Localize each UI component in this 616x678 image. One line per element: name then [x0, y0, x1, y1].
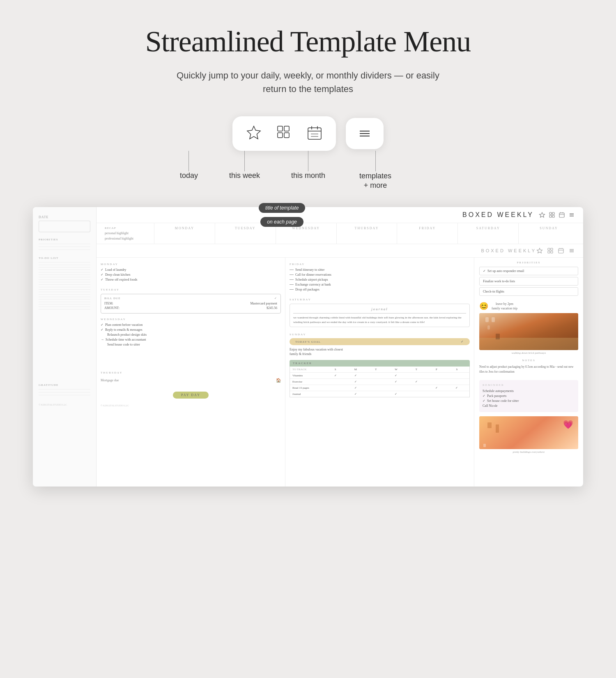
- sunday-label: SUNDAY: [290, 333, 470, 336]
- this-month-connector: this month: [291, 151, 325, 180]
- calendar-icon: [306, 124, 324, 142]
- monday-task-3: ✓ Throw off expired foods: [101, 278, 281, 281]
- middle-days-col: FRIDAY Send itinerary to sitter Call for…: [285, 258, 474, 487]
- svg-rect-2: [284, 126, 289, 131]
- sidebar-priorities-lines: [39, 244, 90, 250]
- calendar-header-icon: [559, 212, 565, 218]
- left-brand: © KDIGITALSTUDIO LLC: [101, 404, 281, 407]
- bill-item-row: ITEM: Mastercard payment: [104, 302, 277, 305]
- menu-icon-2: [568, 247, 575, 254]
- recap-col: RECAP personal highlight professional hi…: [101, 223, 154, 244]
- sidebar-priorities-label: PRIORITIES: [39, 238, 90, 241]
- priority-2: Finalize work to-do lists: [479, 277, 578, 286]
- saturday-label: SATURDAY: [290, 298, 470, 301]
- weekly-header-right: BOXED WEEKLY: [462, 211, 575, 219]
- planner-preview: DATE PRIORITIES TO-DO LIST: [33, 207, 583, 487]
- reminder-1: Schedule autopayments: [483, 389, 575, 393]
- wednesday-label: WEDNESDAY: [101, 318, 281, 321]
- right-col: PRIORITIES ✓ Set up auto responder email…: [474, 258, 583, 487]
- header-section: Streamlined Template Menu Quickly jump t…: [145, 25, 471, 96]
- fri-task-1: Send itinerary to sitter: [290, 268, 470, 272]
- priorities-section-label: PRIORITIES: [479, 261, 578, 264]
- journal-header: journal: [293, 307, 466, 314]
- icons-row: [232, 116, 384, 151]
- journal-section: journal we wandered through charming cob…: [290, 304, 470, 327]
- vacation-photo-1: [479, 313, 578, 350]
- tuesday-label: TUESDAY: [101, 288, 281, 291]
- this-month-nav-item[interactable]: [306, 124, 324, 143]
- friday-label: FRIDAY: [290, 263, 470, 266]
- photo-caption-2: pretty buildings everywhere: [479, 450, 578, 454]
- leave-by-note: leave by 2pm family vacation trip: [492, 302, 517, 311]
- priorities-section: PRIORITIES ✓ Set up auto responder email…: [479, 261, 578, 296]
- today-nav-item[interactable]: [245, 124, 263, 143]
- grid-icon: [275, 124, 293, 142]
- notes-text: Need to adjust product packaging by 0.5c…: [479, 364, 578, 374]
- thursday-label: THURSDAY: [101, 371, 281, 374]
- monday-task-1: ✓ Load of laundry: [101, 268, 281, 272]
- grid-icon-2: [547, 247, 554, 254]
- mortgage-text: Mortgage due: [101, 378, 119, 382]
- svg-rect-15: [549, 212, 552, 214]
- badges-overlay: title of template on each page: [259, 203, 305, 227]
- wed-task-1: ✓ Plan content before vacation: [101, 323, 281, 327]
- left-sidebar: DATE PRIORITIES TO-DO LIST: [33, 207, 97, 487]
- templates-nav-item[interactable]: [346, 118, 384, 149]
- fri-task-5: Drop off packages: [290, 288, 470, 291]
- sidebar-brand: © KDIGITALSTUDIO LLC: [39, 404, 90, 406]
- tracker-exercise: Exercise ✓ ✓ ✓: [290, 379, 469, 385]
- fri-task-2: Call for dinner reservations: [290, 273, 470, 277]
- tracker-header: TRACKER: [290, 360, 470, 367]
- left-days-col: MONDAY ✓ Load of laundry ✓ Deep clean ki…: [97, 258, 285, 487]
- days-header-row: RECAP personal highlight professional hi…: [97, 223, 583, 244]
- preview-section: title of template on each page DATE PRIO…: [33, 207, 583, 487]
- svg-rect-31: [559, 249, 563, 253]
- svg-rect-1: [278, 126, 283, 131]
- nav-icons-section: today this week this month templates+ mo…: [164, 116, 452, 191]
- reminder-section: REMINDER Schedule autopayments ✓ Pack pa…: [479, 380, 578, 412]
- thursday-block: THURSDAY Mortgage due 🏠 PAY DAY: [101, 371, 281, 399]
- day-header-sun: SUNDAY: [518, 223, 579, 244]
- payday-row: PAY DAY: [101, 388, 281, 399]
- this-week-connector: this week: [229, 151, 260, 180]
- reminder-3: ✓ Set house code for sitter: [483, 399, 575, 403]
- reminder-label: REMINDER: [483, 383, 575, 387]
- vacation-photo-container-1: walking down brick pathways: [479, 313, 578, 355]
- calendar-icon-2: [558, 247, 564, 254]
- svg-rect-19: [559, 213, 564, 217]
- tracker-table: TO TRACK S M T W T F S: [290, 367, 470, 397]
- subtitle: Quickly jump to your daily, weekly, or m…: [164, 69, 452, 96]
- notes-section: NOTES Need to adjust product packaging b…: [479, 359, 578, 374]
- todays-goal-box: TODAY'S GOAL ✓: [290, 338, 470, 345]
- smiley-icon: 😊: [479, 302, 488, 311]
- tuesday-block: TUESDAY BILL DUE ✓ ITEM: Mastercard paym…: [101, 288, 281, 314]
- tracker-header-row: TO TRACK S M T W T F S: [290, 367, 469, 373]
- star-icon: [245, 124, 263, 142]
- fri-task-3: Schedule airport pickups: [290, 278, 470, 281]
- second-page-title: BOXED WEEKLY: [481, 248, 536, 253]
- nav-group-pill[interactable]: [232, 116, 336, 151]
- main-title: Streamlined Template Menu: [145, 25, 471, 59]
- day-header-thu: THURSDAY: [336, 223, 397, 244]
- bill-due-box: BILL DUE ✓ ITEM: Mastercard payment AMOU…: [101, 294, 281, 314]
- this-week-nav-item[interactable]: [275, 124, 293, 143]
- tracker-read: Read 15 pages ✓ ✓ ✓: [290, 385, 469, 391]
- svg-rect-17: [549, 215, 552, 217]
- svg-marker-14: [540, 212, 545, 217]
- svg-marker-26: [537, 248, 542, 253]
- sidebar-date-label: DATE: [39, 215, 90, 219]
- priority-1: ✓ Set up auto responder email: [479, 267, 578, 275]
- menu-icon: [356, 125, 373, 142]
- reminder-4: Call Nicole: [483, 404, 575, 408]
- today-label: today: [180, 171, 198, 180]
- recap-professional: professional highlight: [105, 237, 150, 240]
- second-page-header: BOXED WEEKLY: [97, 244, 583, 258]
- templates-label: templates+ more: [359, 171, 391, 191]
- tracker-section: TRACKER TO TRACK S M T W T F: [290, 360, 470, 397]
- recap-personal: personal highlight: [105, 231, 150, 235]
- wed-task-2: ✓ Reply to emails & messages: [101, 328, 281, 332]
- day-header-fri: FRIDAY: [397, 223, 457, 244]
- photo-caption-1: walking down brick pathways: [479, 351, 578, 355]
- svg-rect-18: [552, 215, 554, 217]
- priority-3: Check-in flights: [479, 287, 578, 296]
